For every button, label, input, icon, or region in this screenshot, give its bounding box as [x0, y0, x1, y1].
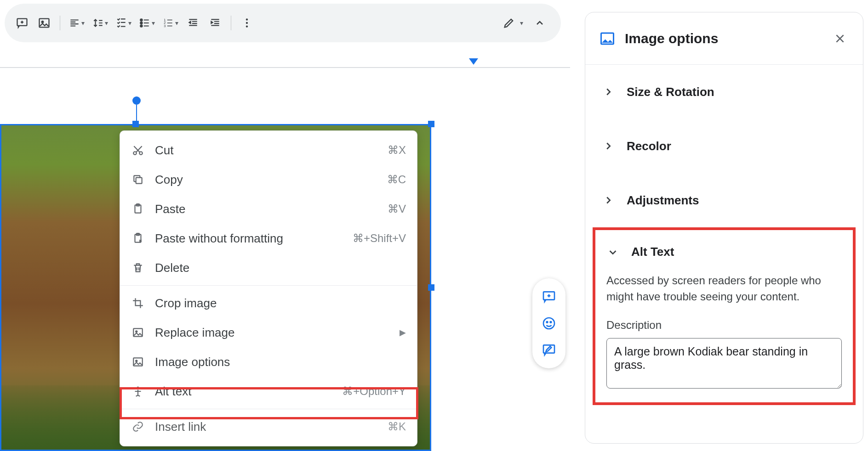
editing-mode-dropdown[interactable]: ▾: [503, 17, 523, 29]
svg-point-5: [140, 25, 142, 27]
ruler: [0, 67, 570, 68]
svg-point-25: [543, 318, 554, 329]
replace-image-icon: [131, 326, 145, 339]
submenu-arrow-icon: ▶: [400, 327, 406, 338]
paste-icon: [131, 202, 145, 216]
ctx-shortcut: ⌘C: [387, 173, 406, 186]
numbered-list-dropdown[interactable]: 123 ▾: [160, 14, 180, 32]
svg-point-11: [246, 25, 248, 27]
alt-text-textarea[interactable]: [606, 338, 842, 389]
ctx-label: Cut: [155, 143, 377, 158]
delete-icon: [131, 261, 145, 275]
ctx-label: Insert link: [155, 420, 377, 434]
ctx-shortcut: ⌘+Option+Y: [342, 385, 406, 398]
svg-point-3: [140, 19, 142, 21]
collapse-toolbar-button[interactable]: [527, 10, 553, 36]
align-dropdown[interactable]: ▾: [67, 14, 86, 32]
svg-point-23: [137, 387, 139, 389]
image-options-sidebar: Image options Size & Rotation Recolor Ad…: [585, 12, 863, 444]
decrease-indent-button[interactable]: [184, 14, 202, 32]
ruler-indent-marker[interactable]: [469, 58, 478, 65]
toolbar-separator: [231, 16, 231, 30]
svg-point-2: [42, 21, 44, 23]
rotation-handle[interactable]: [132, 96, 141, 105]
ctx-shortcut: ⌘K: [388, 420, 406, 433]
insert-image-button[interactable]: [35, 14, 53, 32]
cut-icon: [131, 143, 145, 157]
link-icon: [131, 420, 145, 434]
svg-point-27: [550, 321, 552, 323]
dropdown-caret-icon: ▾: [520, 19, 523, 27]
ctx-label: Paste without formatting: [155, 231, 343, 246]
sb-section-adjustments[interactable]: Adjustments: [585, 173, 863, 227]
resize-handle-right[interactable]: [428, 284, 434, 291]
image-icon: [599, 30, 616, 47]
sb-label: Recolor: [627, 139, 671, 153]
sb-alt-text-panel: Alt Text Accessed by screen readers for …: [593, 227, 856, 405]
crop-icon: [131, 296, 145, 310]
ctx-label: Crop image: [155, 296, 406, 310]
ctx-separator: [120, 285, 417, 286]
svg-point-20: [136, 331, 137, 332]
svg-point-26: [547, 321, 548, 323]
chevron-down-icon: [606, 246, 619, 259]
dropdown-caret-icon: ▾: [128, 19, 131, 27]
ctx-paste[interactable]: Paste ⌘V: [120, 194, 417, 224]
floating-toolbar: [532, 278, 565, 368]
ctx-label: Replace image: [155, 326, 389, 340]
paste-plain-icon: [131, 231, 145, 245]
ctx-shortcut: ⌘V: [388, 203, 406, 215]
ctx-alt-text[interactable]: Alt text ⌘+Option+Y: [120, 377, 417, 406]
sb-section-recolor[interactable]: Recolor: [585, 119, 863, 173]
sb-label: Alt Text: [631, 245, 674, 259]
dropdown-caret-icon: ▾: [175, 19, 178, 27]
chevron-right-icon: [602, 194, 615, 207]
ctx-paste-plain[interactable]: Paste without formatting ⌘+Shift+V: [120, 224, 417, 253]
ctx-delete[interactable]: Delete: [120, 253, 417, 282]
increase-indent-button[interactable]: [206, 14, 224, 32]
line-spacing-dropdown[interactable]: ▾: [90, 14, 110, 32]
sb-label: Size & Rotation: [627, 85, 714, 99]
copy-icon: [131, 173, 145, 186]
checklist-dropdown[interactable]: ▾: [114, 14, 133, 32]
ctx-replace-image[interactable]: Replace image ▶: [120, 318, 417, 347]
dropdown-caret-icon: ▾: [81, 19, 85, 27]
sb-section-size-rotation[interactable]: Size & Rotation: [585, 65, 863, 119]
ctx-copy[interactable]: Copy ⌘C: [120, 165, 417, 194]
ctx-image-options[interactable]: Image options: [120, 347, 417, 377]
svg-rect-28: [543, 345, 554, 353]
svg-rect-14: [136, 178, 142, 184]
image-options-icon: [131, 355, 145, 369]
ctx-shortcut: ⌘+Shift+V: [353, 232, 406, 245]
svg-point-22: [136, 360, 137, 361]
ctx-label: Paste: [155, 202, 377, 216]
svg-point-13: [139, 152, 143, 155]
dropdown-caret-icon: ▾: [152, 19, 155, 27]
ctx-separator: [120, 409, 417, 409]
dropdown-caret-icon: ▾: [105, 19, 108, 27]
more-options-button[interactable]: [238, 14, 256, 32]
ctx-insert-link[interactable]: Insert link ⌘K: [120, 412, 417, 441]
resize-handle-top-right[interactable]: [428, 121, 434, 127]
svg-point-10: [246, 22, 248, 24]
ctx-cut[interactable]: Cut ⌘X: [120, 135, 417, 165]
svg-point-9: [246, 18, 248, 20]
ctx-label: Delete: [155, 261, 406, 275]
ctx-label: Alt text: [155, 384, 332, 399]
emoji-float-button[interactable]: [540, 314, 558, 333]
description-label: Description: [606, 319, 842, 332]
add-comment-float-button[interactable]: [540, 288, 558, 306]
sidebar-title: Image options: [625, 31, 822, 46]
ctx-crop-image[interactable]: Crop image: [120, 288, 417, 318]
toolbar-separator: [60, 16, 60, 30]
add-comment-button[interactable]: [13, 14, 31, 32]
chevron-right-icon: [602, 140, 615, 152]
sb-section-alt-text[interactable]: Alt Text: [606, 237, 842, 273]
close-sidebar-button[interactable]: [831, 29, 849, 48]
bullet-list-dropdown[interactable]: ▾: [137, 14, 157, 32]
resize-handle-top[interactable]: [132, 121, 139, 127]
ctx-label: Image options: [155, 355, 406, 369]
sb-label: Adjustments: [627, 193, 699, 208]
svg-text:3: 3: [164, 24, 166, 28]
suggest-float-button[interactable]: [540, 341, 558, 359]
